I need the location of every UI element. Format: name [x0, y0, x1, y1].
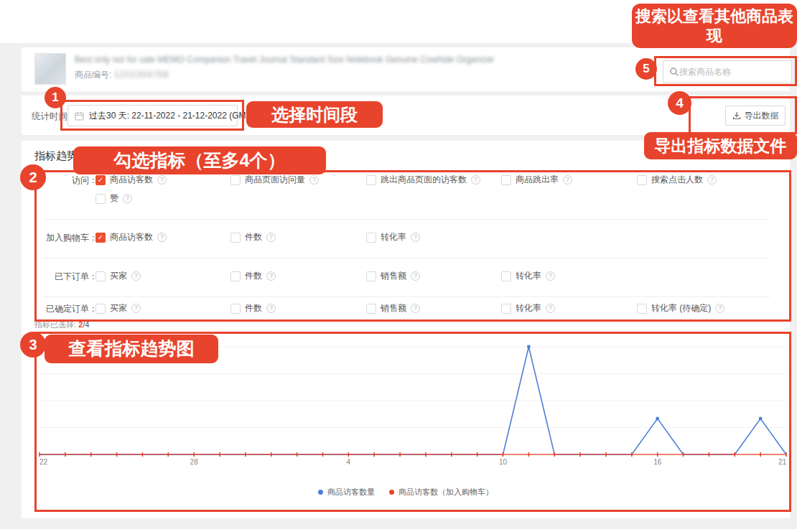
- metric-checkbox-item[interactable]: 跳出商品页面的访客数?: [366, 174, 480, 186]
- search-input[interactable]: [679, 67, 787, 77]
- metric-checkbox-label: 赞: [110, 192, 118, 205]
- info-icon[interactable]: ?: [266, 304, 276, 313]
- annotation-badge-2: 2: [20, 164, 46, 190]
- annotation-badge-1: 1: [45, 87, 66, 108]
- selected-metrics-total: /4: [83, 320, 89, 329]
- info-icon[interactable]: ?: [266, 233, 276, 242]
- metric-trend-card: 指标趋势 访问：✓商品访客数?商品页面访问量?跳出商品页面的访客数?商品跳出率?…: [22, 141, 790, 518]
- metric-checkbox-item[interactable]: ✓商品访客数?: [95, 174, 167, 186]
- checkbox-unchecked[interactable]: [501, 304, 511, 314]
- checkbox-unchecked[interactable]: [95, 194, 106, 204]
- info-icon[interactable]: ?: [131, 304, 141, 313]
- checkbox-unchecked[interactable]: [637, 175, 647, 185]
- metric-checkbox-item[interactable]: 转化率 (待确定)?: [637, 302, 724, 314]
- metric-checkbox-item[interactable]: 商品页面访问量?: [230, 174, 319, 186]
- checkbox-unchecked[interactable]: [230, 304, 241, 314]
- checkbox-unchecked[interactable]: [95, 271, 106, 281]
- export-data-button[interactable]: 导出数据: [725, 106, 786, 126]
- info-icon[interactable]: ?: [411, 271, 420, 281]
- metric-checkbox-item[interactable]: 买家?: [95, 270, 141, 282]
- checkbox-checked[interactable]: ✓: [95, 175, 106, 185]
- metric-checkbox-label: 件数: [245, 270, 262, 282]
- product-id-row: 商品编号: 1202304756: [75, 69, 169, 81]
- checkbox-unchecked[interactable]: [366, 304, 376, 314]
- metric-checkbox-label: 转化率: [516, 270, 541, 282]
- checkbox-unchecked[interactable]: [366, 233, 376, 243]
- metric-checkbox-label: 商品跳出率: [516, 174, 559, 186]
- info-icon[interactable]: ?: [157, 175, 167, 185]
- info-icon[interactable]: ?: [131, 271, 141, 281]
- x-tick-label: 28: [190, 458, 199, 466]
- export-button-label: 导出数据: [745, 110, 779, 122]
- info-icon[interactable]: ?: [411, 304, 420, 313]
- metric-checkbox-item[interactable]: 转化率?: [501, 302, 555, 314]
- info-icon[interactable]: ?: [563, 175, 572, 185]
- row-divider: [43, 297, 770, 297]
- product-id-value-redacted: 1202304756: [114, 70, 169, 80]
- metric-checkbox-item[interactable]: 转化率?: [366, 231, 420, 243]
- search-icon: [669, 67, 679, 77]
- metric-checkbox-item[interactable]: ✓商品访客数?: [95, 231, 167, 243]
- product-search-box[interactable]: [663, 60, 792, 83]
- x-tick-label: 21: [778, 458, 787, 466]
- info-icon[interactable]: ?: [707, 175, 717, 185]
- annotation-label-export: 导出指标数据文件: [644, 132, 797, 159]
- metric-checkbox-grid: 访问：✓商品访客数?商品页面访问量?跳出商品页面的访客数?商品跳出率?搜索点击人…: [34, 170, 777, 322]
- date-range-picker[interactable]: 过去30 天: 22-11-2022 - 21-12-2022 (GMT+08): [67, 105, 238, 126]
- checkbox-unchecked[interactable]: [230, 175, 241, 185]
- checkbox-unchecked[interactable]: [366, 271, 376, 281]
- metric-checkbox-item[interactable]: 商品跳出率?: [501, 174, 572, 186]
- info-icon[interactable]: ?: [546, 271, 555, 281]
- metric-checkbox-item[interactable]: 件数?: [230, 302, 276, 314]
- metric-checkbox-item[interactable]: 件数?: [230, 270, 276, 282]
- metric-checkbox-label: 跳出商品页面的访客数: [381, 174, 467, 186]
- metric-checkbox-label: 搜索点击人数: [651, 174, 703, 186]
- legend-item: 商品访客数量: [318, 487, 375, 498]
- legend-item: 商品访客数（加入购物车）: [389, 487, 493, 498]
- data-point: [527, 345, 531, 349]
- row-divider: [43, 219, 770, 220]
- info-icon[interactable]: ?: [471, 175, 480, 185]
- metric-category-label: 加入购物车：: [34, 232, 98, 244]
- checkbox-unchecked[interactable]: [637, 304, 647, 314]
- checkbox-checked[interactable]: ✓: [95, 233, 106, 243]
- legend-label: 商品访客数（加入购物车）: [398, 487, 493, 498]
- info-icon[interactable]: ?: [123, 194, 132, 203]
- section-title: 指标趋势: [34, 149, 78, 163]
- checkbox-unchecked[interactable]: [366, 175, 376, 185]
- info-icon[interactable]: ?: [266, 271, 276, 281]
- info-icon[interactable]: ?: [309, 175, 319, 185]
- checkbox-unchecked[interactable]: [230, 271, 241, 281]
- x-tick-label: 22: [39, 458, 48, 466]
- metric-checkbox-item[interactable]: 搜索点击人数?: [637, 174, 717, 186]
- metric-category-label: 已下订单：: [34, 271, 98, 283]
- metric-checkbox-item[interactable]: 转化率?: [501, 270, 555, 282]
- checkbox-unchecked[interactable]: [230, 233, 241, 243]
- seller-analytics-page: Best only not for sale MEMO Companion Tr…: [0, 0, 797, 532]
- metric-checkbox-item[interactable]: 销售额?: [366, 302, 420, 314]
- metric-checkbox-label: 商品页面访问量: [245, 174, 305, 186]
- legend-dot-icon: [318, 490, 323, 495]
- checkbox-unchecked[interactable]: [501, 271, 511, 281]
- metric-checkbox-item[interactable]: 件数?: [230, 231, 276, 243]
- info-icon[interactable]: ?: [157, 233, 167, 242]
- selected-metrics-counter: 指标已选择: 2/4: [34, 319, 89, 330]
- metric-checkbox-item[interactable]: 买家?: [95, 302, 141, 314]
- metric-checkbox-label: 买家: [110, 270, 127, 282]
- metric-checkbox-label: 买家: [110, 302, 127, 314]
- checkbox-unchecked[interactable]: [501, 175, 511, 185]
- product-title-redacted: Best only not for sale MEMO Companion Tr…: [75, 55, 520, 65]
- row-divider: [43, 258, 770, 258]
- checkbox-unchecked[interactable]: [95, 304, 106, 314]
- info-icon[interactable]: ?: [546, 304, 555, 313]
- info-icon[interactable]: ?: [411, 233, 420, 242]
- product-thumbnail: [34, 53, 66, 85]
- metric-checkbox-item[interactable]: 销售额?: [366, 270, 420, 282]
- metric-checkbox-item[interactable]: 赞?: [95, 192, 132, 205]
- annotation-badge-3: 3: [20, 332, 46, 358]
- metric-checkbox-label: 件数: [245, 231, 262, 243]
- x-tick-label: 16: [653, 458, 662, 466]
- info-icon[interactable]: ?: [715, 304, 724, 313]
- metric-checkbox-label: 转化率 (待确定): [651, 302, 711, 314]
- download-icon: [732, 111, 741, 120]
